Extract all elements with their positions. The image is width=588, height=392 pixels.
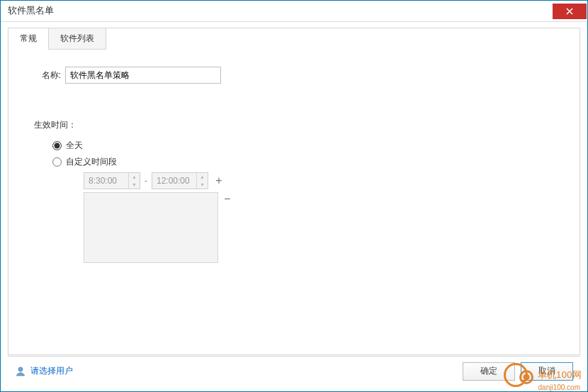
tab-software-list-label: 软件列表 bbox=[60, 33, 94, 43]
dialog-footer: 请选择用户 确定 取消 bbox=[8, 356, 580, 386]
add-time-range-button[interactable]: + bbox=[213, 175, 225, 186]
time-to-spin-buttons: ▲ ▼ bbox=[196, 173, 208, 189]
svg-point-0 bbox=[18, 367, 23, 371]
tab-strip: 常规 软件列表 bbox=[8, 28, 106, 50]
user-icon bbox=[15, 366, 26, 377]
select-user-link[interactable]: 请选择用户 bbox=[15, 365, 73, 377]
radio-custom[interactable] bbox=[52, 157, 62, 167]
name-label: 名称: bbox=[34, 69, 61, 82]
effective-time-group: 全天 自定义时间段 ▲ ▼ bbox=[52, 140, 554, 263]
radio-all-day-row[interactable]: 全天 bbox=[52, 140, 554, 152]
time-to-input[interactable] bbox=[152, 173, 196, 189]
close-icon bbox=[566, 8, 573, 15]
window-title: 软件黑名单 bbox=[8, 5, 54, 17]
tab-general[interactable]: 常规 bbox=[8, 28, 49, 50]
remove-time-range-button[interactable]: − bbox=[221, 194, 234, 205]
time-from-up[interactable]: ▲ bbox=[129, 173, 140, 181]
time-editor: ▲ ▼ - ▲ ▼ bbox=[84, 172, 554, 263]
dialog-software-blacklist: 软件黑名单 常规 软件列表 名称: 生效时间 bbox=[0, 0, 588, 392]
time-from-input[interactable] bbox=[84, 173, 128, 189]
radio-all-day[interactable] bbox=[52, 141, 62, 150]
radio-custom-label: 自定义时间段 bbox=[66, 156, 117, 168]
title-bar: 软件黑名单 bbox=[1, 1, 587, 22]
close-button[interactable] bbox=[553, 4, 587, 19]
radio-custom-row[interactable]: 自定义时间段 bbox=[52, 156, 554, 168]
time-from-spin-buttons: ▲ ▼ bbox=[128, 173, 140, 189]
time-from-down[interactable]: ▼ bbox=[129, 181, 140, 189]
time-to-down[interactable]: ▼ bbox=[197, 181, 208, 189]
ok-button[interactable]: 确定 bbox=[463, 362, 515, 381]
time-to-up[interactable]: ▲ bbox=[197, 173, 208, 181]
time-range-row: ▲ ▼ - ▲ ▼ bbox=[84, 172, 554, 189]
time-to-spinner[interactable]: ▲ ▼ bbox=[152, 172, 208, 189]
effective-time-label: 生效时间： bbox=[34, 119, 554, 131]
time-list-row: − bbox=[84, 191, 554, 263]
name-input[interactable] bbox=[65, 67, 221, 84]
time-ranges-list[interactable] bbox=[84, 192, 218, 263]
select-user-label: 请选择用户 bbox=[30, 365, 73, 377]
time-from-spinner[interactable]: ▲ ▼ bbox=[84, 172, 140, 189]
tab-panel: 常规 软件列表 名称: 生效时间： 全天 bbox=[8, 28, 580, 355]
tab-general-label: 常规 bbox=[20, 33, 37, 43]
tab-body-general: 名称: 生效时间： 全天 自定义时间段 bbox=[9, 28, 579, 263]
radio-all-day-label: 全天 bbox=[66, 140, 83, 152]
time-range-dash: - bbox=[145, 176, 147, 186]
name-row: 名称: bbox=[34, 67, 554, 84]
content-area: 常规 软件列表 名称: 生效时间： 全天 bbox=[1, 22, 587, 356]
tab-software-list[interactable]: 软件列表 bbox=[48, 28, 106, 50]
cancel-button[interactable]: 取消 bbox=[521, 362, 573, 381]
